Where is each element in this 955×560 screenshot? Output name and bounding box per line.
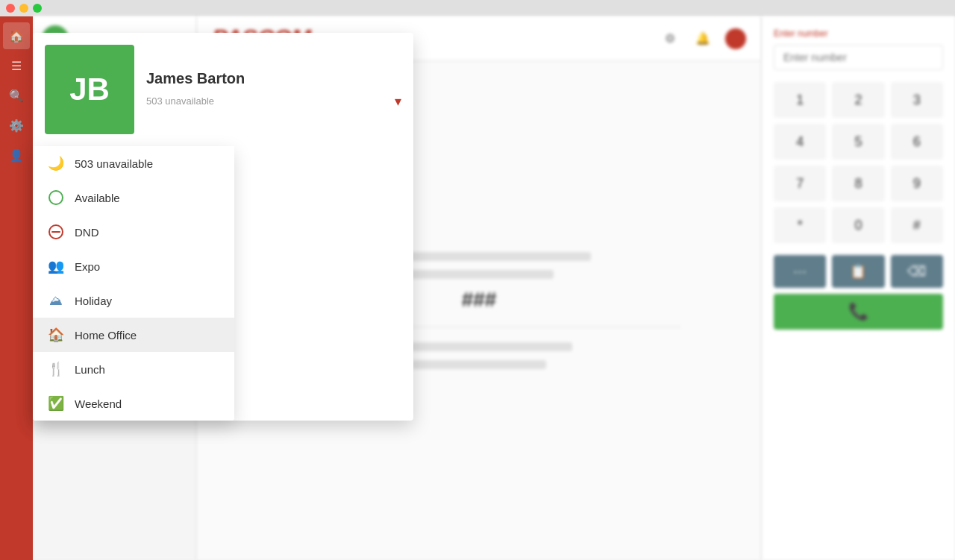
chevron-down-icon[interactable]: ▾ bbox=[395, 93, 401, 110]
settings-icon: ⚙ bbox=[665, 31, 675, 45]
dialpad-action-icon-1: ⋯ bbox=[793, 263, 807, 280]
dialpad-action-icon-3: ⌫ bbox=[907, 263, 926, 280]
close-button[interactable] bbox=[6, 4, 15, 13]
status-label-home-office: Home Office bbox=[75, 329, 137, 342]
action-btn-2[interactable]: 📋 bbox=[832, 255, 884, 288]
profile-card: JB James Barton 503 unavailable ▾ 🌙 503 bbox=[33, 33, 413, 421]
home-icon: 🏠 bbox=[9, 29, 24, 43]
user-profile-overlay: JB James Barton 503 unavailable ▾ 🌙 503 bbox=[33, 33, 413, 421]
bell-icon: 🔔 bbox=[695, 31, 710, 45]
placeholder-line bbox=[404, 270, 554, 279]
holiday-icon: ⛰ bbox=[48, 292, 64, 309]
available-icon bbox=[48, 189, 64, 206]
profile-status-row: 503 unavailable ▾ bbox=[146, 93, 401, 110]
sidebar-item-search[interactable]: 🔍 bbox=[3, 82, 30, 109]
status-label-lunch: Lunch bbox=[75, 363, 105, 376]
dialpad-btn-star[interactable]: * bbox=[774, 207, 826, 243]
status-item-weekend[interactable]: ✅ Weekend bbox=[33, 386, 234, 421]
status-item-holiday[interactable]: ⛰ Holiday bbox=[33, 283, 234, 318]
sidebar-item-user[interactable]: 👤 bbox=[3, 142, 30, 169]
sidebar-icons: 🏠 ☰ 🔍 ⚙️ 👤 bbox=[0, 16, 33, 560]
header-notification-button[interactable]: 🔔 bbox=[692, 28, 713, 49]
user-icon: 👤 bbox=[9, 148, 24, 163]
status-dropdown: 🌙 503 unavailable Available DND bbox=[33, 146, 234, 421]
placeholder-line bbox=[412, 360, 546, 369]
sidebar-item-menu[interactable]: ☰ bbox=[3, 52, 30, 79]
call-icon: 📞 bbox=[848, 302, 868, 321]
dialpad-grid: 1 2 3 4 5 6 7 8 9 * 0 # bbox=[774, 82, 943, 243]
dialpad-btn-4[interactable]: 4 bbox=[774, 124, 826, 160]
status-label-dnd: DND bbox=[75, 226, 99, 239]
lunch-icon: 🍴 bbox=[48, 361, 64, 377]
dialpad-btn-3[interactable]: 3 bbox=[891, 82, 943, 118]
status-label-unavailable: 503 unavailable bbox=[75, 157, 153, 170]
status-label-available: Available bbox=[75, 192, 120, 204]
profile-info: James Barton 503 unavailable ▾ bbox=[146, 70, 401, 110]
house-icon: 🏠 bbox=[48, 327, 64, 343]
header-user-avatar[interactable] bbox=[725, 28, 746, 49]
dialpad-actions: ⋯ 📋 ⌫ bbox=[774, 255, 943, 288]
dialpad-btn-7[interactable]: 7 bbox=[774, 166, 826, 201]
check-circle-icon: ✅ bbox=[48, 395, 64, 412]
dialpad-btn-6[interactable]: 6 bbox=[891, 124, 943, 160]
status-item-unavailable[interactable]: 🌙 503 unavailable bbox=[33, 146, 234, 180]
expo-icon: 👥 bbox=[48, 258, 64, 274]
sidebar-item-home[interactable]: 🏠 bbox=[3, 22, 30, 49]
dialpad-btn-0[interactable]: 0 bbox=[832, 207, 884, 243]
status-label-expo: Expo bbox=[75, 260, 100, 273]
search-icon: 🔍 bbox=[9, 89, 24, 103]
profile-avatar: JB bbox=[45, 45, 134, 134]
profile-header: JB James Barton 503 unavailable ▾ bbox=[33, 33, 413, 146]
placeholder-line bbox=[386, 342, 572, 351]
minimize-button[interactable] bbox=[19, 4, 28, 13]
home-office-icon: 🏠 bbox=[48, 327, 64, 343]
settings-icon: ⚙️ bbox=[9, 119, 24, 133]
enter-number-label: Enter number bbox=[774, 28, 943, 39]
menu-icon: ☰ bbox=[11, 59, 22, 73]
placeholder-number: ### bbox=[462, 288, 497, 312]
dnd-circle-icon bbox=[48, 224, 63, 239]
unavailable-icon: 🌙 bbox=[48, 155, 64, 172]
status-item-available[interactable]: Available bbox=[33, 180, 234, 215]
dialpad-btn-2[interactable]: 2 bbox=[832, 82, 884, 118]
status-item-home-office[interactable]: 🏠 Home Office bbox=[33, 318, 234, 352]
dialpad-input[interactable] bbox=[774, 45, 943, 70]
weekend-icon: ✅ bbox=[48, 395, 64, 412]
status-item-expo[interactable]: 👥 Expo bbox=[33, 249, 234, 283]
dialpad-btn-8[interactable]: 8 bbox=[832, 166, 884, 201]
circle-available-icon bbox=[48, 190, 63, 205]
persons-icon: 👥 bbox=[48, 258, 64, 274]
moon-icon: 🌙 bbox=[48, 155, 64, 172]
right-panel: Enter number 1 2 3 4 5 6 7 8 9 * 0 # ⋯ 📋… bbox=[761, 16, 955, 560]
dialpad-action-icon-2: 📋 bbox=[850, 263, 866, 280]
app-container: 🏠 ☰ 🔍 ⚙️ 👤 JB Contact A Available bbox=[0, 16, 955, 560]
action-btn-3[interactable]: ⌫ bbox=[891, 255, 943, 288]
sidebar-item-settings[interactable]: ⚙️ bbox=[3, 112, 30, 139]
profile-status-text: 503 unavailable bbox=[146, 95, 214, 107]
action-btn-1[interactable]: ⋯ bbox=[774, 255, 826, 288]
dialpad-btn-hash[interactable]: # bbox=[891, 207, 943, 243]
fork-icon: 🍴 bbox=[48, 361, 64, 377]
status-label-holiday: Holiday bbox=[75, 295, 112, 307]
dialpad-btn-5[interactable]: 5 bbox=[832, 124, 884, 160]
status-item-lunch[interactable]: 🍴 Lunch bbox=[33, 352, 234, 386]
header-right: ⚙ 🔔 bbox=[660, 28, 746, 49]
header-settings-button[interactable]: ⚙ bbox=[660, 28, 680, 49]
status-item-dnd[interactable]: DND bbox=[33, 215, 234, 249]
dialpad-btn-9[interactable]: 9 bbox=[891, 166, 943, 201]
mountain-icon: ⛰ bbox=[49, 293, 63, 309]
title-bar bbox=[0, 0, 955, 16]
call-button[interactable]: 📞 bbox=[774, 294, 943, 330]
profile-name: James Barton bbox=[146, 70, 401, 87]
dialpad-btn-1[interactable]: 1 bbox=[774, 82, 826, 118]
window-controls bbox=[6, 4, 42, 13]
maximize-button[interactable] bbox=[33, 4, 42, 13]
status-label-weekend: Weekend bbox=[75, 397, 122, 410]
dnd-icon bbox=[48, 224, 64, 240]
